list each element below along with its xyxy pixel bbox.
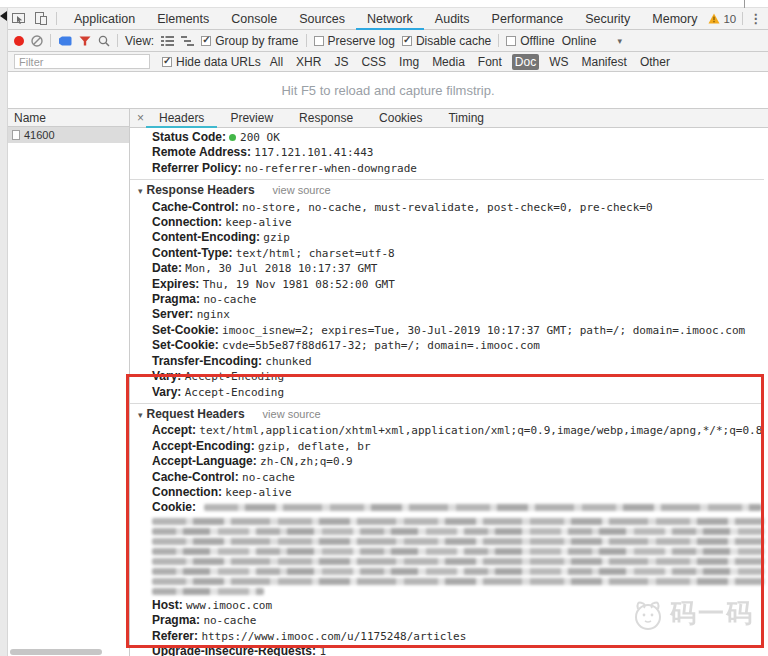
separator — [50, 34, 51, 47]
warning-icon — [708, 13, 720, 24]
warning-count: 10 — [723, 13, 736, 25]
network-toolbar: View: Group by frame Preserve log Disabl… — [8, 30, 768, 52]
resource-type-filter[interactable]: JS — [331, 54, 351, 70]
details-tab[interactable]: Headers — [146, 109, 217, 128]
hide-data-urls-checkbox[interactable]: Hide data URLs — [162, 55, 261, 69]
header-value: zh-CN,zh;q=0.9 — [260, 455, 353, 468]
header-name: Cache-Control: — [152, 200, 239, 214]
header-value: 1 — [319, 645, 326, 656]
details-tab[interactable]: Cookies — [366, 109, 435, 128]
header-name: Date: — [152, 261, 182, 275]
remote-address-value: 117.121.101.41:443 — [254, 146, 373, 159]
details-tab[interactable]: Timing — [435, 109, 497, 128]
header-value: Mon, 30 Jul 2018 10:17:37 GMT — [185, 262, 377, 275]
request-header-line: Connection: keep-alive — [130, 485, 764, 500]
name-column-header[interactable]: Name — [8, 109, 129, 127]
devtools-menu-icon[interactable]: ⋮ — [749, 11, 762, 26]
header-name: Pragma: — [152, 613, 200, 627]
request-headers-section-title[interactable]: ▾Request Headersview source — [130, 403, 764, 423]
filmstrip-hint-band: Hit F5 to reload and capture filmstrip. — [8, 72, 768, 109]
remote-address-label: Remote Address: — [152, 145, 251, 159]
inspect-element-icon[interactable] — [12, 12, 26, 25]
header-value: no-store, no-cache, must-revalidate, pos… — [242, 201, 653, 214]
request-details-pane: × Headers Preview Response Cookies Timin… — [130, 109, 768, 656]
response-headers-section-title[interactable]: ▾Response Headersview source — [130, 179, 764, 199]
devtools-tab[interactable]: Security — [574, 8, 641, 30]
search-icon[interactable] — [98, 35, 110, 47]
header-value: www.imooc.com — [186, 599, 272, 612]
separator — [742, 12, 743, 25]
resource-type-filter[interactable]: Manifest — [579, 54, 630, 70]
devtools-tab[interactable]: Memory — [641, 8, 708, 30]
browser-left-strip — [0, 8, 8, 656]
resource-type-filter[interactable]: XHR — [293, 54, 324, 70]
devtools-tab[interactable]: Audits — [424, 8, 481, 30]
capture-screenshots-icon[interactable] — [58, 36, 72, 46]
resource-type-filter[interactable]: All — [267, 54, 286, 70]
details-tab[interactable]: Response — [286, 109, 366, 128]
request-row[interactable]: 41600 — [8, 127, 129, 143]
offline-checkbox[interactable]: Offline — [506, 34, 554, 48]
devtools-tab[interactable]: Application — [63, 8, 146, 30]
request-name: 41600 — [24, 129, 55, 141]
referrer-policy-value: no-referrer-when-downgrade — [245, 162, 417, 175]
disable-cache-checkbox[interactable]: Disable cache — [402, 34, 491, 48]
details-tabs: Headers Preview Response Cookies Timing — [146, 109, 497, 128]
devtools-tab[interactable]: Console — [220, 8, 288, 30]
checkbox-icon — [162, 57, 172, 67]
request-header-line: Cache-Control: no-cache — [130, 470, 764, 485]
chevron-down-icon[interactable]: ▾ — [617, 36, 622, 46]
status-ok-dot-icon — [229, 134, 236, 141]
resource-type-filter[interactable]: Media — [429, 54, 468, 70]
disclosure-triangle-icon[interactable]: ▾ — [138, 186, 143, 196]
resource-type-filter[interactable]: Other — [637, 54, 673, 70]
details-tabbar: × Headers Preview Response Cookies Timin… — [130, 109, 768, 128]
headers-content: Status Code:200 OK Remote Address: 117.1… — [130, 128, 768, 656]
referrer-policy-label: Referrer Policy: — [152, 161, 241, 175]
header-name: Expires: — [152, 277, 199, 291]
filter-funnel-icon[interactable] — [79, 36, 91, 46]
view-source-link[interactable]: view source — [273, 184, 331, 196]
header-name: Accept-Language: — [152, 454, 257, 468]
devtools-tab[interactable]: Performance — [481, 8, 575, 30]
requests-list-panel: Name 41600 — [8, 109, 130, 656]
redacted-cookie-lines — [152, 518, 764, 595]
device-toolbar-icon[interactable] — [34, 12, 48, 25]
redacted-cookie-line — [152, 528, 764, 535]
redacted-cookie-line — [204, 504, 762, 511]
preserve-log-checkbox[interactable]: Preserve log — [314, 34, 395, 48]
use-large-rows-icon[interactable] — [161, 36, 174, 46]
status-code-label: Status Code: — [152, 130, 226, 144]
header-name: Referer: — [152, 629, 198, 643]
devtools-tab[interactable]: Network — [356, 8, 424, 30]
filter-input[interactable] — [14, 54, 150, 69]
details-tab[interactable]: Preview — [217, 109, 286, 128]
disclosure-triangle-icon[interactable]: ▾ — [138, 410, 143, 420]
response-header-line: Set-Cookie: imooc_isnew=2; expires=Tue, … — [130, 323, 764, 338]
checkbox-icon — [506, 36, 516, 46]
header-value: keep-alive — [225, 216, 291, 229]
console-warning-counter[interactable]: 10 — [708, 13, 736, 25]
resource-type-filter[interactable]: Img — [396, 54, 422, 70]
header-value: no-cache — [203, 293, 256, 306]
resource-type-filter[interactable]: WS — [546, 54, 571, 70]
clear-button[interactable] — [31, 35, 43, 47]
horizontal-scrollbar[interactable] — [10, 649, 102, 655]
devtools-screenshot: Application Elements Console Sources Net… — [0, 0, 768, 656]
header-value: gzip, deflate, br — [258, 440, 371, 453]
response-header-line: Vary: Accept-Encoding — [130, 369, 764, 384]
close-icon[interactable]: × — [137, 111, 144, 125]
redacted-cookie-line — [152, 578, 764, 585]
group-by-frame-checkbox[interactable]: Group by frame — [201, 34, 298, 48]
devtools-tab[interactable]: Elements — [146, 8, 220, 30]
checkbox-icon — [201, 36, 211, 46]
header-name: Pragma: — [152, 292, 200, 306]
view-source-link[interactable]: view source — [263, 408, 321, 420]
devtools-tab[interactable]: Sources — [288, 8, 356, 30]
resource-type-filter[interactable]: Doc — [512, 54, 539, 70]
waterfall-icon[interactable] — [181, 36, 194, 46]
resource-type-filter[interactable]: Font — [475, 54, 505, 70]
record-button[interactable] — [14, 36, 24, 46]
resource-type-filter[interactable]: CSS — [358, 54, 389, 70]
throttling-select[interactable]: Online — [562, 34, 597, 48]
